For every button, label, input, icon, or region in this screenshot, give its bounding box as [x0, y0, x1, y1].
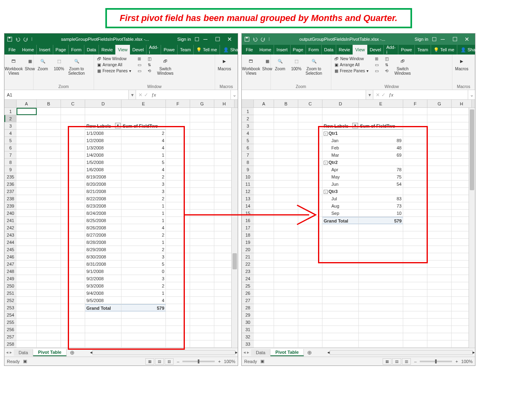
cell[interactable] — [61, 268, 85, 275]
ribbon-tab-powe[interactable]: Powe — [398, 45, 415, 55]
column-header-A[interactable]: A — [17, 100, 37, 107]
name-box-dropdown[interactable]: ▾ — [129, 90, 136, 99]
cell[interactable] — [298, 268, 322, 275]
cell[interactable] — [427, 311, 452, 319]
cell[interactable] — [190, 217, 214, 224]
fx-icon[interactable]: ƒx — [387, 92, 395, 97]
row-header-246[interactable]: 246 — [4, 253, 17, 260]
cell[interactable] — [427, 268, 452, 275]
vertical-scrollbar[interactable] — [231, 108, 238, 348]
cell[interactable] — [61, 188, 85, 195]
row-header-8[interactable]: 8 — [4, 159, 17, 166]
row-header-255[interactable]: 255 — [4, 319, 17, 326]
cell[interactable] — [166, 188, 190, 195]
cell[interactable] — [274, 333, 298, 340]
row-header-21[interactable]: 21 — [242, 253, 254, 260]
vertical-scrollbar[interactable] — [469, 108, 475, 348]
cell[interactable] — [61, 282, 85, 290]
cell[interactable] — [274, 282, 298, 290]
cell[interactable] — [427, 340, 452, 348]
new-window-button[interactable]: 🗗New Window — [334, 56, 369, 61]
cell[interactable] — [85, 333, 121, 340]
cell[interactable] — [121, 115, 166, 122]
cell[interactable] — [254, 311, 274, 319]
collapse-icon[interactable]: - — [324, 132, 328, 136]
macro-record-icon[interactable]: ▣ — [260, 359, 264, 364]
cell[interactable] — [427, 166, 452, 173]
reset-pos-button[interactable]: ⟲ — [384, 68, 389, 74]
cell[interactable] — [274, 108, 298, 115]
cell[interactable] — [190, 181, 214, 188]
zoom-out-button[interactable]: – — [414, 359, 417, 364]
row-header-245[interactable]: 245 — [4, 246, 17, 253]
row-header-19[interactable]: 19 — [242, 239, 254, 246]
cell[interactable] — [190, 173, 214, 181]
pivot-grand-total-value[interactable]: 579 — [121, 304, 166, 311]
cell[interactable] — [85, 311, 121, 319]
cell[interactable] — [427, 333, 452, 340]
pivot-quarter-label[interactable]: -Qtr1 — [322, 130, 359, 137]
cell[interactable] — [298, 239, 322, 246]
cell[interactable] — [190, 290, 214, 297]
cell[interactable] — [37, 239, 61, 246]
row-header-241[interactable]: 241 — [4, 217, 17, 224]
cell[interactable] — [166, 173, 190, 181]
ribbon-tab-page[interactable]: Page — [53, 45, 69, 55]
cell[interactable] — [359, 268, 403, 275]
pivot-row-label[interactable]: 8/19/2008 — [85, 173, 121, 181]
zoom-out-button[interactable]: – — [177, 359, 179, 364]
cell[interactable] — [254, 253, 274, 260]
cell[interactable] — [359, 282, 403, 290]
cell[interactable] — [322, 108, 359, 115]
cell[interactable] — [17, 246, 37, 253]
pivot-row-label[interactable]: 8/30/2008 — [85, 253, 121, 260]
pivot-row-value[interactable]: 1 — [121, 239, 166, 246]
select-all-corner[interactable] — [4, 100, 17, 108]
pivot-row-value[interactable]: 1 — [121, 290, 166, 297]
cell[interactable] — [166, 340, 190, 348]
cell[interactable] — [37, 166, 61, 173]
pivot-month-value[interactable]: 10 — [359, 210, 403, 217]
close-button[interactable]: ✕ — [224, 34, 235, 44]
cell[interactable] — [298, 326, 322, 333]
cell[interactable] — [190, 144, 214, 151]
cell[interactable] — [166, 202, 190, 210]
pivot-row-value[interactable]: 3 — [121, 188, 166, 195]
row-header-4[interactable]: 4 — [242, 130, 254, 137]
cell[interactable] — [322, 239, 359, 246]
cell[interactable] — [37, 260, 61, 268]
cell[interactable] — [190, 122, 214, 130]
ribbon-tab-devel[interactable]: Devel — [130, 45, 147, 55]
zoom-selection-button[interactable]: 🔍Zoom to Selection — [306, 56, 322, 76]
cell[interactable] — [61, 217, 85, 224]
pivot-row-label[interactable]: 8/20/2008 — [85, 181, 121, 188]
pivot-row-label[interactable]: 8/23/2008 — [85, 202, 121, 210]
pivot-month-label[interactable]: Jul — [322, 195, 359, 202]
cell[interactable] — [254, 130, 274, 137]
sync-scroll-button[interactable]: ⇅ — [147, 62, 152, 67]
cell[interactable] — [427, 275, 452, 282]
row-header-252[interactable]: 252 — [4, 297, 17, 304]
cell[interactable] — [254, 304, 274, 311]
cell[interactable] — [190, 268, 214, 275]
cell[interactable] — [61, 202, 85, 210]
cell[interactable] — [190, 246, 214, 253]
row-header-236[interactable]: 236 — [4, 181, 17, 188]
ribbon-tab-revie[interactable]: Revie — [99, 45, 115, 55]
ribbon-tab-page[interactable]: Page — [291, 45, 306, 55]
sheet-nav[interactable]: ◂ ▸ — [242, 350, 251, 355]
ribbon-tab-form[interactable]: Form — [69, 45, 84, 55]
cell[interactable] — [427, 224, 452, 231]
cell[interactable] — [274, 181, 298, 188]
cell[interactable] — [254, 224, 274, 231]
cell[interactable] — [190, 159, 214, 166]
cell[interactable] — [61, 231, 85, 239]
cell[interactable] — [190, 304, 214, 311]
cell[interactable] — [298, 304, 322, 311]
reset-pos-button[interactable]: ⟲ — [147, 68, 152, 74]
macros-button[interactable]: ▶Macros — [455, 56, 469, 71]
cell[interactable] — [166, 268, 190, 275]
pivot-month-label[interactable]: Jun — [322, 181, 359, 188]
column-header-G[interactable]: G — [190, 100, 214, 107]
cell[interactable] — [254, 275, 274, 282]
